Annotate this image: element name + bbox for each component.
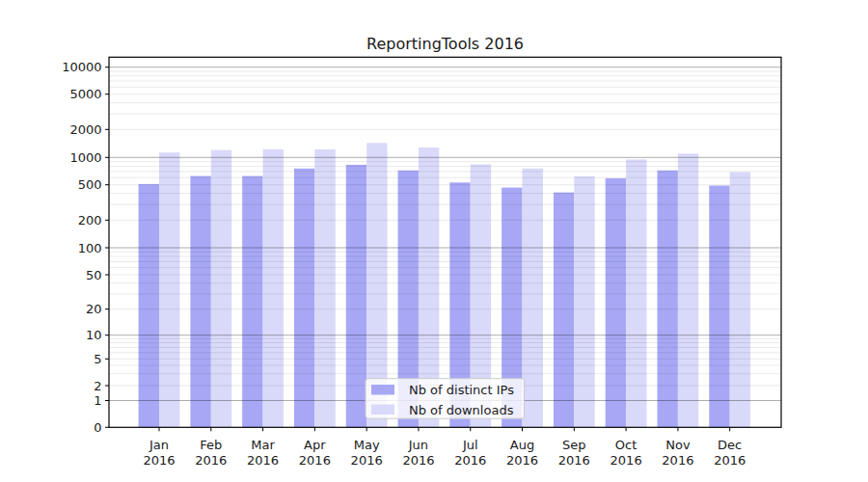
y-tick-label: 1000 [69, 150, 101, 165]
x-tick-label-month: Jun [408, 438, 428, 452]
bar-distinct-ips-apr [294, 169, 314, 427]
x-tick-label-month: Apr [304, 438, 326, 452]
y-tick-label: 200 [78, 213, 102, 228]
x-tick-label-year: 2016 [247, 453, 279, 468]
x-tick-label-month: Dec [718, 438, 742, 452]
legend-swatch-downloads [371, 405, 394, 415]
y-tick-label: 2000 [69, 122, 101, 137]
bar-downloads-oct [626, 159, 646, 427]
x-tick-label-year: 2016 [299, 453, 331, 468]
x-tick-label-year: 2016 [454, 453, 486, 468]
bar-distinct-ips-dec [709, 186, 729, 428]
y-tick-label: 50 [86, 268, 102, 282]
y-tick-label: 5 [94, 352, 101, 366]
bar-distinct-ips-feb [190, 176, 210, 428]
figure-canvas: ReportingTools 2016 01251020501002005001… [0, 0, 868, 482]
y-tick-label: 500 [78, 177, 102, 192]
y-tick-label: 10000 [62, 60, 101, 74]
x-tick-label-month: Mar [251, 438, 275, 452]
legend-label-distinct-ips: Nb of distinct IPs [409, 383, 514, 397]
y-tick-label: 20 [86, 302, 102, 316]
x-tick-label-year: 2016 [558, 453, 590, 468]
x-tick-label-month: Jul [462, 438, 478, 452]
x-tick-label-year: 2016 [195, 453, 227, 468]
bar-distinct-ips-sep [554, 193, 574, 428]
bar-downloads-sep [574, 176, 594, 427]
y-tick-label: 1 [94, 393, 101, 408]
x-tick-label-year: 2016 [402, 453, 434, 468]
x-tick-label-month: Jan [149, 438, 169, 452]
bar-downloads-nov [678, 153, 698, 427]
bar-chart: 012510205010020050010002000500010000Jan2… [0, 0, 868, 482]
x-tick-label-month: Aug [510, 438, 534, 452]
y-tick-label: 2 [94, 379, 101, 393]
y-tick-label: 100 [78, 241, 102, 255]
x-tick-label-month: Feb [200, 438, 222, 452]
bar-distinct-ips-oct [606, 178, 626, 427]
bar-distinct-ips-nov [658, 171, 678, 428]
x-tick-label-year: 2016 [143, 453, 175, 468]
x-tick-label-month: May [354, 438, 380, 452]
legend-label-downloads: Nb of downloads [409, 403, 514, 417]
y-tick-label: 10 [86, 328, 102, 342]
x-tick-label-month: Nov [665, 438, 691, 452]
y-tick-label: 5000 [69, 87, 101, 101]
bar-downloads-aug [523, 169, 543, 427]
x-tick-label-month: Sep [562, 438, 586, 452]
x-tick-label-month: Oct [615, 438, 637, 452]
legend-swatch-distinct-ips [371, 385, 394, 395]
x-tick-label-year: 2016 [714, 453, 746, 468]
x-tick-label-year: 2016 [610, 453, 642, 468]
bar-distinct-ips-mar [242, 176, 262, 428]
x-tick-label-year: 2016 [662, 453, 693, 468]
x-tick-label-year: 2016 [506, 453, 538, 468]
bar-downloads-dec [730, 173, 750, 428]
y-tick-label: 0 [94, 420, 101, 435]
x-tick-label-year: 2016 [351, 453, 383, 468]
